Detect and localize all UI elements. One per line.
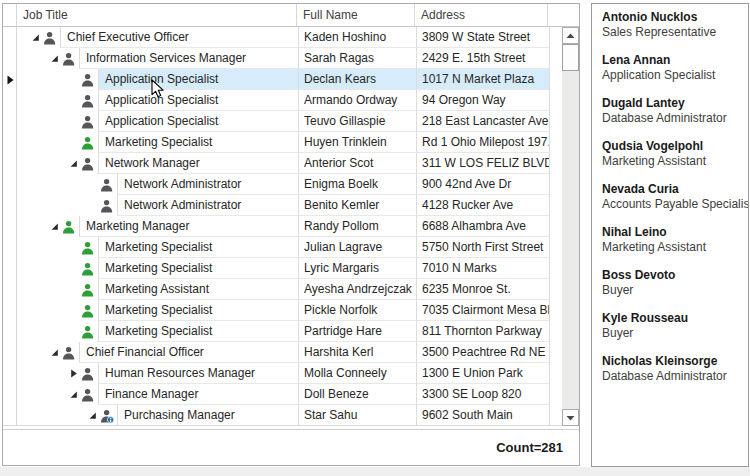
table-row[interactable]: Finance ManagerDoll Beneze3300 SE Loop 8… bbox=[18, 384, 579, 405]
table-row[interactable]: Application SpecialistArmando Ordway94 O… bbox=[18, 90, 579, 111]
job-title-cell[interactable]: Network Manager bbox=[18, 153, 298, 174]
table-row[interactable]: Marketing ManagerRandy Pollom6688 Alhamb… bbox=[18, 216, 579, 237]
expanded-glyph-icon[interactable] bbox=[49, 221, 60, 232]
list-item-person[interactable]: Lena AnnanApplication Specialist bbox=[602, 53, 740, 83]
job-title-cell[interactable]: Application Specialist bbox=[18, 90, 298, 111]
collapsed-glyph-icon[interactable] bbox=[68, 368, 79, 379]
expand-glyph-box[interactable] bbox=[46, 221, 62, 232]
full-name-cell[interactable]: Sarah Ragas bbox=[298, 48, 416, 69]
address-cell[interactable]: 1300 E Union Park bbox=[416, 363, 549, 384]
job-title-cell[interactable]: Application Specialist bbox=[18, 111, 298, 132]
list-item-person[interactable]: Qudsia VogelpohlMarketing Assistant bbox=[602, 139, 740, 169]
expanded-glyph-icon[interactable] bbox=[49, 53, 60, 64]
full-name-cell[interactable]: Teuvo Gillaspie bbox=[298, 111, 416, 132]
address-cell[interactable]: 9602 South Main bbox=[416, 405, 549, 425]
full-name-cell[interactable]: Declan Kears bbox=[298, 69, 416, 90]
address-cell[interactable]: 7035 Clairmont Mesa Bl... bbox=[416, 300, 549, 321]
table-row[interactable]: Marketing SpecialistHuyen TrinkleinRd 1 … bbox=[18, 132, 579, 153]
table-row[interactable]: Human Resources ManagerMolla Conneely130… bbox=[18, 363, 579, 384]
job-title-cell[interactable]: Purchasing Manager bbox=[18, 405, 298, 425]
address-cell[interactable]: 4128 Rucker Ave bbox=[416, 195, 549, 216]
column-header-address[interactable]: Address bbox=[415, 4, 548, 26]
job-title-cell[interactable]: Human Resources Manager bbox=[18, 363, 298, 384]
table-row[interactable]: Marketing SpecialistJulian Lagrave5750 N… bbox=[18, 237, 579, 258]
full-name-cell[interactable]: Pickle Norfolk bbox=[298, 300, 416, 321]
job-title-cell[interactable]: Marketing Assistant bbox=[18, 279, 298, 300]
address-cell[interactable]: 6688 Alhambra Ave bbox=[416, 216, 549, 237]
table-row[interactable]: Network ManagerAnterior Scot311 W LOS FE… bbox=[18, 153, 579, 174]
job-title-cell[interactable]: Marketing Specialist bbox=[18, 321, 298, 342]
address-cell[interactable]: 3809 W State Street bbox=[416, 27, 549, 48]
full-name-cell[interactable]: Randy Pollom bbox=[298, 216, 416, 237]
table-row[interactable]: Marketing AssistantAyesha Andrzejczak623… bbox=[18, 279, 579, 300]
column-header-job-title[interactable]: Job Title bbox=[17, 4, 297, 26]
expand-glyph-box[interactable] bbox=[65, 158, 81, 169]
list-item-person[interactable]: Boss DevotoBuyer bbox=[602, 268, 740, 298]
address-cell[interactable]: 3300 SE Loop 820 bbox=[416, 384, 549, 405]
address-cell[interactable]: Rd 1 Ohio Milepost 197.0 bbox=[416, 132, 549, 153]
address-cell[interactable]: 811 Thornton Parkway bbox=[416, 321, 549, 342]
expand-glyph-box[interactable] bbox=[65, 368, 81, 379]
expanded-glyph-icon[interactable] bbox=[68, 389, 79, 400]
job-title-cell[interactable]: Network Administrator bbox=[18, 174, 298, 195]
job-title-cell[interactable]: Marketing Manager bbox=[18, 216, 298, 237]
job-title-cell[interactable]: Information Services Manager bbox=[18, 48, 298, 69]
job-title-cell[interactable]: Marketing Specialist bbox=[18, 300, 298, 321]
job-title-cell[interactable]: Chief Financial Officer bbox=[18, 342, 298, 363]
job-title-cell[interactable]: Marketing Specialist bbox=[18, 132, 298, 153]
job-title-cell[interactable]: Network Administrator bbox=[18, 195, 298, 216]
job-title-cell[interactable]: Application Specialist bbox=[18, 69, 298, 90]
full-name-cell[interactable]: Lyric Margaris bbox=[298, 258, 416, 279]
full-name-cell[interactable]: Molla Conneely bbox=[298, 363, 416, 384]
address-cell[interactable]: 6235 Monroe St. bbox=[416, 279, 549, 300]
address-cell[interactable]: 311 W LOS FELIZ BLVD bbox=[416, 153, 549, 174]
full-name-cell[interactable]: Huyen Trinklein bbox=[298, 132, 416, 153]
table-row[interactable]: Marketing SpecialistPartridge Hare811 Th… bbox=[18, 321, 579, 342]
address-cell[interactable]: 7010 N Marks bbox=[416, 258, 549, 279]
job-title-cell[interactable]: Finance Manager bbox=[18, 384, 298, 405]
list-item-person[interactable]: Dugald LanteyDatabase Administrator bbox=[602, 96, 740, 126]
expanded-glyph-icon[interactable] bbox=[68, 158, 79, 169]
expanded-glyph-icon[interactable] bbox=[49, 347, 60, 358]
full-name-cell[interactable]: Harshita Kerl bbox=[298, 342, 416, 363]
expand-glyph-box[interactable] bbox=[46, 53, 62, 64]
table-row[interactable]: Chief Executive OfficerKaden Hoshino3809… bbox=[18, 27, 579, 48]
scrollbar-thumb[interactable] bbox=[562, 44, 579, 71]
list-item-person[interactable]: Antonio NucklosSales Representative bbox=[602, 10, 740, 40]
table-row[interactable]: Application SpecialistTeuvo Gillaspie218… bbox=[18, 111, 579, 132]
address-cell[interactable]: 2429 E. 15th Street bbox=[416, 48, 549, 69]
vertical-scrollbar[interactable] bbox=[562, 27, 579, 426]
table-row[interactable]: Chief Financial OfficerHarshita Kerl3500… bbox=[18, 342, 579, 363]
table-row[interactable]: Information Services ManagerSarah Ragas2… bbox=[18, 48, 579, 69]
table-row[interactable]: Marketing SpecialistLyric Margaris7010 N… bbox=[18, 258, 579, 279]
expand-glyph-box[interactable] bbox=[84, 410, 100, 421]
job-title-cell[interactable]: Marketing Specialist bbox=[18, 237, 298, 258]
table-row[interactable]: Purchasing ManagerStar Sahu9602 South Ma… bbox=[18, 405, 579, 425]
expanded-glyph-icon[interactable] bbox=[87, 410, 98, 421]
job-title-cell[interactable]: Marketing Specialist bbox=[18, 258, 298, 279]
full-name-cell[interactable]: Star Sahu bbox=[298, 405, 416, 425]
full-name-cell[interactable]: Partridge Hare bbox=[298, 321, 416, 342]
table-row[interactable]: Marketing SpecialistPickle Norfolk7035 C… bbox=[18, 300, 579, 321]
full-name-cell[interactable]: Enigma Boelk bbox=[298, 174, 416, 195]
table-row[interactable]: Network AdministratorBenito Kemler4128 R… bbox=[18, 195, 579, 216]
expand-glyph-box[interactable] bbox=[65, 389, 81, 400]
full-name-cell[interactable]: Benito Kemler bbox=[298, 195, 416, 216]
list-item-person[interactable]: Nicholas KleinsorgeDatabase Administrato… bbox=[602, 354, 740, 384]
full-name-cell[interactable]: Doll Beneze bbox=[298, 384, 416, 405]
address-cell[interactable]: 3500 Peachtree Rd NE bbox=[416, 342, 549, 363]
full-name-cell[interactable]: Anterior Scot bbox=[298, 153, 416, 174]
list-item-person[interactable]: Nihal LeinoMarketing Assistant bbox=[602, 225, 740, 255]
list-item-person[interactable]: Nevada CuriaAccounts Payable Specialist bbox=[602, 182, 740, 212]
expand-glyph-box[interactable] bbox=[46, 347, 62, 358]
scroll-down-button[interactable] bbox=[562, 409, 579, 426]
address-cell[interactable]: 94 Oregon Way bbox=[416, 90, 549, 111]
full-name-cell[interactable]: Julian Lagrave bbox=[298, 237, 416, 258]
table-row[interactable]: Network AdministratorEnigma Boelk900 42n… bbox=[18, 174, 579, 195]
scroll-up-button[interactable] bbox=[562, 27, 579, 44]
address-cell[interactable]: 5750 North First Street bbox=[416, 237, 549, 258]
address-cell[interactable]: 218 East Lancaster Aven... bbox=[416, 111, 549, 132]
column-header-full-name[interactable]: Full Name bbox=[297, 4, 415, 26]
address-cell[interactable]: 900 42nd Ave Dr bbox=[416, 174, 549, 195]
expand-glyph-box[interactable] bbox=[27, 32, 43, 43]
